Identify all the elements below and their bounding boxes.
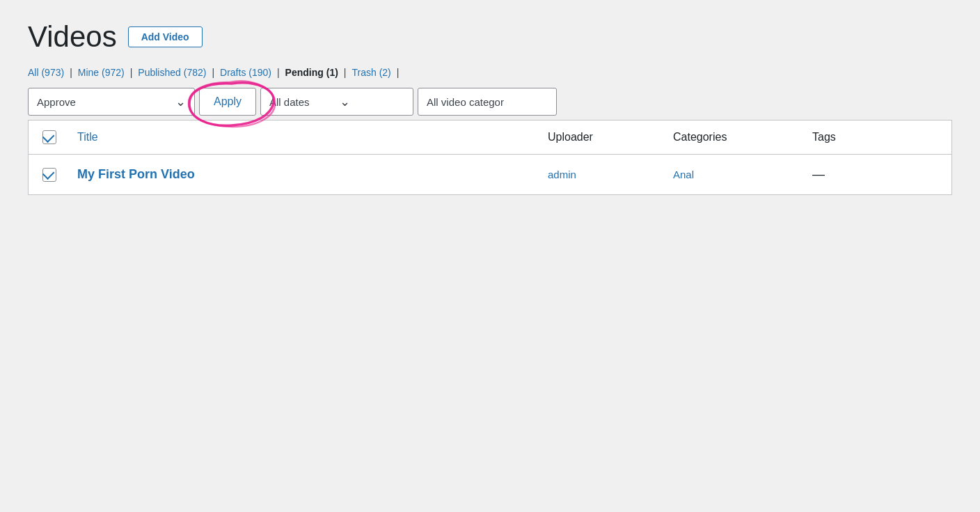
header-tags-col: Tags [812, 131, 938, 143]
header-categories-col: Categories [673, 131, 812, 143]
table-header: Title Uploader Categories Tags [29, 121, 951, 155]
separator-1: | [70, 67, 72, 78]
header-checkbox-col [42, 130, 77, 144]
toolbar: Approve ⌄ Apply All dates ⌄ All video ca… [28, 88, 952, 116]
separator-4: | [277, 67, 280, 78]
separator-5: | [344, 67, 347, 78]
page-title: Videos [28, 21, 117, 53]
header-uploader-col: Uploader [548, 131, 673, 143]
row-checkbox-col [42, 168, 77, 182]
select-all-checkbox[interactable] [42, 130, 56, 144]
apply-button[interactable]: Apply [199, 88, 256, 116]
category-select[interactable]: All video categor [418, 88, 557, 116]
row-categories-col: Anal [673, 169, 812, 180]
row-checkbox[interactable] [42, 168, 56, 182]
separator-2: | [130, 67, 133, 78]
row-tags-col: — [812, 167, 938, 182]
dates-chevron-icon: ⌄ [340, 94, 404, 109]
bulk-action-select[interactable]: Approve ⌄ [28, 88, 195, 116]
add-video-button[interactable]: Add Video [128, 26, 203, 47]
uploader-column-header: Uploader [548, 131, 593, 143]
filter-links: All (973) | Mine (972) | Published (782)… [28, 67, 952, 78]
category-link[interactable]: Anal [673, 169, 694, 180]
row-uploader-col: admin [548, 169, 673, 180]
filter-mine[interactable]: Mine (972) [78, 67, 125, 78]
row-title-col: My First Porn Video [77, 167, 548, 182]
uploader-link[interactable]: admin [548, 169, 576, 180]
categories-column-header: Categories [673, 131, 727, 143]
separator-3: | [212, 67, 214, 78]
category-label: All video categor [427, 96, 504, 108]
video-title-link[interactable]: My First Porn Video [77, 167, 195, 181]
filter-drafts[interactable]: Drafts (190) [220, 67, 271, 78]
dates-label: All dates [269, 96, 334, 108]
filter-trash[interactable]: Trash (2) [351, 67, 390, 78]
apply-button-wrapper: Apply [199, 88, 256, 116]
page-header: Videos Add Video [28, 21, 952, 53]
bulk-action-dropdown[interactable]: Approve [29, 88, 167, 115]
tags-column-header: Tags [812, 131, 836, 143]
filter-pending: Pending (1) [285, 67, 338, 78]
dates-select[interactable]: All dates ⌄ [260, 88, 413, 116]
title-column-header[interactable]: Title [77, 131, 98, 143]
bulk-action-chevron-icon: ⌄ [167, 94, 194, 109]
header-title-col: Title [77, 131, 548, 143]
filter-published[interactable]: Published (782) [138, 67, 206, 78]
table-row: My First Porn Video admin Anal — [29, 155, 951, 194]
tags-value: — [812, 167, 825, 181]
filter-all[interactable]: All (973) [28, 67, 64, 78]
videos-table: Title Uploader Categories Tags My First … [28, 120, 952, 195]
separator-6: | [397, 67, 400, 78]
